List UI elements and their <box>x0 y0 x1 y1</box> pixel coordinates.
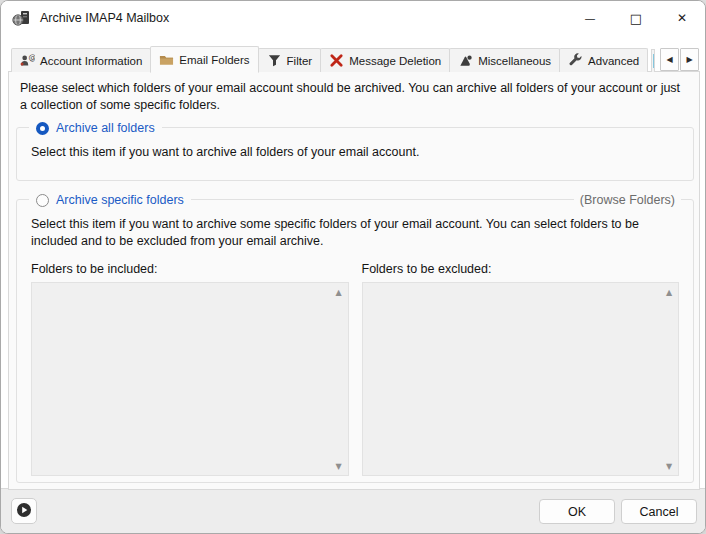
excluded-folders-column: Folders to be excluded: ▲ ▼ <box>362 262 680 476</box>
tab-email-folders[interactable]: Email Folders <box>150 46 258 73</box>
tab-scroll-left-button[interactable]: ◀ <box>660 48 679 71</box>
archive-specific-folders-label: Archive specific folders <box>56 193 184 207</box>
included-folders-listbox[interactable]: ▲ ▼ <box>31 282 349 476</box>
wrench-icon <box>568 53 583 68</box>
included-listbox-scrollbar[interactable]: ▲ ▼ <box>331 284 347 474</box>
excluded-listbox-scrollbar[interactable]: ▲ ▼ <box>661 284 677 474</box>
archive-all-folders-description: Select this item if you want to archive … <box>31 144 679 161</box>
funnel-icon <box>267 53 282 68</box>
browse-folders-link[interactable]: (Browse Folders) <box>574 191 681 209</box>
included-folders-label: Folders to be included: <box>31 262 349 276</box>
maximize-button[interactable]: □ <box>613 1 659 35</box>
hidden-tab-icon-sliver <box>653 54 655 68</box>
close-icon: ✕ <box>677 11 687 25</box>
dialog-footer: OK Cancel <box>1 488 705 533</box>
tab-label: Message Deletion <box>349 55 441 67</box>
tab-miscellaneous[interactable]: Miscellaneous <box>449 48 560 72</box>
intro-text: Please select which folders of your emai… <box>20 80 686 114</box>
tab-account-information[interactable]: @ Account Information <box>11 48 151 72</box>
mountain-dot-icon <box>458 53 473 68</box>
tab-label: Filter <box>287 55 313 67</box>
app-mailbox-globe-icon <box>12 10 32 27</box>
excluded-folders-label: Folders to be excluded: <box>362 262 680 276</box>
folder-lists: Folders to be included: ▲ ▼ Folders to b… <box>31 262 679 476</box>
archive-specific-folders-group: Archive specific folders (Browse Folders… <box>16 199 694 483</box>
radio-archive-specific-folders[interactable] <box>36 194 49 207</box>
tab-label: Email Folders <box>179 54 249 66</box>
archive-specific-folders-option[interactable]: Archive specific folders <box>29 191 191 209</box>
tab-message-deletion[interactable]: Message Deletion <box>320 48 450 72</box>
ok-button[interactable]: OK <box>539 499 615 524</box>
archive-all-folders-label: Archive all folders <box>56 121 155 135</box>
scroll-up-icon[interactable]: ▲ <box>331 284 347 300</box>
tab-label: Miscellaneous <box>478 55 551 67</box>
tab-advanced[interactable]: Advanced <box>559 48 648 72</box>
titlebar: Archive IMAP4 Mailbox — □ ✕ <box>1 1 705 35</box>
tab-scroll-buttons: ◀ ▶ <box>660 48 699 71</box>
tab-partial-hidden[interactable] <box>651 49 655 72</box>
play-icon <box>16 502 32 521</box>
archive-all-folders-option[interactable]: Archive all folders <box>29 119 162 137</box>
tab-label: Advanced <box>588 55 639 67</box>
maximize-icon: □ <box>630 11 642 26</box>
radio-archive-all-folders[interactable] <box>36 122 49 135</box>
tab-scroll-right-button[interactable]: ▶ <box>680 48 699 71</box>
archive-all-folders-group: Archive all folders Select this item if … <box>16 127 694 181</box>
close-button[interactable]: ✕ <box>659 1 705 35</box>
arrow-right-icon: ▶ <box>686 55 692 64</box>
scroll-up-icon[interactable]: ▲ <box>661 284 677 300</box>
tab-label: Account Information <box>40 55 142 67</box>
archive-specific-folders-description: Select this item if you want to archive … <box>31 216 679 250</box>
account-at-icon: @ <box>20 53 35 68</box>
arrow-left-icon: ◀ <box>666 55 672 64</box>
excluded-folders-listbox[interactable]: ▲ ▼ <box>362 282 680 476</box>
scroll-down-icon[interactable]: ▼ <box>331 458 347 474</box>
tab-strip: @ Account Information Email Folders Filt… <box>11 45 699 72</box>
window-title: Archive IMAP4 Mailbox <box>40 11 169 25</box>
folder-icon <box>159 52 174 67</box>
red-x-icon <box>329 53 344 68</box>
cancel-button[interactable]: Cancel <box>621 499 697 524</box>
email-folders-tab-panel: Please select which folders of your emai… <box>8 71 700 490</box>
window-controls: — □ ✕ <box>567 1 705 35</box>
minimize-icon: — <box>585 12 596 25</box>
scroll-down-icon[interactable]: ▼ <box>661 458 677 474</box>
tab-filter[interactable]: Filter <box>258 48 322 72</box>
minimize-button[interactable]: — <box>567 1 613 35</box>
svg-text:@: @ <box>28 53 35 62</box>
help-video-button[interactable] <box>11 498 37 524</box>
included-folders-column: Folders to be included: ▲ ▼ <box>31 262 349 476</box>
dialog-archive-imap4-mailbox: Archive IMAP4 Mailbox — □ ✕ @ Account In… <box>0 0 706 534</box>
